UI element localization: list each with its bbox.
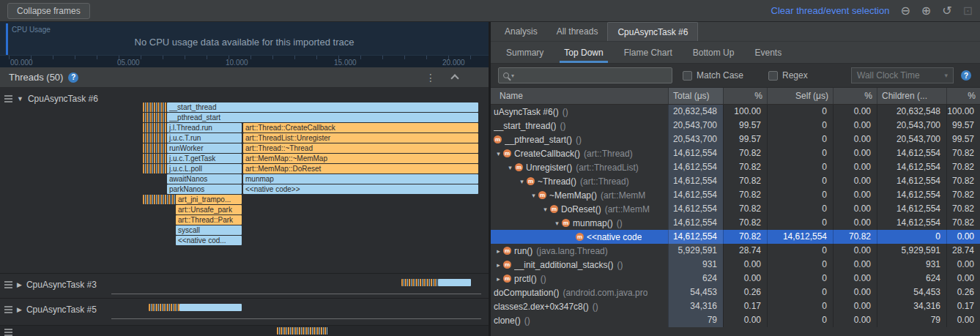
flame-activity-stripes[interactable] [277, 327, 328, 335]
flame-frame[interactable]: __pthread_start [167, 113, 478, 122]
chevron-right-icon[interactable]: ▸ [494, 261, 503, 269]
chevron-down-icon[interactable]: ▾ [552, 220, 562, 227]
flame-frame[interactable]: __start_thread [167, 102, 478, 112]
expand-triangle-icon[interactable]: ▶ [17, 281, 22, 288]
flame-frame[interactable]: art_jni_trampo... [176, 195, 242, 204]
drag-handle-icon[interactable] [4, 95, 12, 102]
zoom-to-selection-icon[interactable]: ⊡ [963, 5, 973, 17]
column-name[interactable]: Name [491, 88, 668, 104]
flame-frame[interactable]: art::MemMap::~MemMap [243, 154, 478, 163]
flame-frame[interactable]: munmap [243, 174, 478, 184]
table-row[interactable]: ▾m~MemMap()(art::MemM14,612,55470.8200.0… [491, 188, 980, 202]
flame-activity-stripes[interactable] [143, 154, 167, 163]
flame-activity-stripes[interactable] [143, 102, 167, 112]
table-row[interactable]: doComputation()(android.com.java.pro54,4… [491, 285, 980, 299]
flame-frame[interactable]: art::Unsafe_park [176, 205, 242, 214]
subtab-flame-chart[interactable]: Flame Chart [616, 42, 680, 63]
flame-activity-stripes[interactable] [179, 304, 242, 311]
chevron-down-icon[interactable]: ▾ [529, 192, 538, 199]
flame-activity-stripes[interactable] [143, 195, 176, 204]
table-row[interactable]: ▾mmunmap()()14,612,55470.8200.0014,612,5… [491, 216, 980, 230]
zoom-out-icon[interactable]: ⊖ [900, 5, 910, 17]
kebab-menu-icon[interactable]: ⋮ [426, 72, 436, 83]
subtab-bottom-up[interactable]: Bottom Up [685, 42, 743, 63]
help-icon[interactable]: ? [68, 72, 78, 83]
help-icon[interactable]: ? [961, 70, 971, 81]
thread-row-cpuasynctask-3[interactable]: ▶ CpuAsyncTask #3 [0, 274, 489, 299]
column-children-pct[interactable]: % [946, 88, 980, 104]
zoom-in-icon[interactable]: ⊕ [921, 5, 931, 17]
drag-handle-icon[interactable] [4, 306, 12, 313]
table-row[interactable]: ▾m~Thread()(art::Thread)14,612,55470.820… [491, 174, 980, 188]
table-row[interactable]: ▾mCreateCallback()(art::Thread)14,612,55… [491, 146, 980, 160]
subtab-summary[interactable]: Summary [498, 42, 552, 63]
flame-frame[interactable]: <<native code>> [243, 184, 478, 194]
chevron-down-icon[interactable]: ▾ [505, 164, 515, 171]
flame-frame[interactable]: j.u.c.L.poll [167, 164, 242, 173]
flame-frame[interactable]: awaitNanos [167, 174, 242, 184]
flame-activity-stripes[interactable] [149, 304, 179, 311]
flame-frame[interactable]: j.u.c.T.getTask [167, 154, 242, 163]
clear-selection-link[interactable]: Clear thread/event selection [771, 5, 890, 16]
flame-activity-stripes[interactable] [438, 279, 471, 286]
chevron-down-icon[interactable]: ▾ [541, 206, 550, 213]
tab-cpuasynctask-6[interactable]: CpuAsyncTask #6 [607, 22, 698, 41]
flame-frame[interactable]: j.l.Thread.run [167, 123, 242, 132]
drag-handle-icon[interactable] [4, 329, 12, 336]
thread-row-cpuasynctask-5[interactable]: ▶ CpuAsyncTask #5 [0, 299, 489, 326]
thread-row-partial[interactable] [0, 326, 489, 336]
chevron-down-icon[interactable]: ▾ [517, 178, 527, 185]
search-options-arrow-icon[interactable]: ▾ [511, 72, 514, 79]
thread-row-cpuasynctask-6[interactable]: ▼ CpuAsyncTask #6 __start_thread__pthrea… [0, 88, 489, 274]
collapse-frames-button[interactable]: Collapse frames [7, 3, 90, 19]
reset-zoom-icon[interactable]: ↺ [942, 5, 951, 17]
expand-triangle-icon[interactable]: ▶ [17, 306, 22, 313]
flame-frame[interactable]: j.u.c.T.run [167, 133, 242, 143]
collapse-panel-icon[interactable] [450, 74, 459, 82]
subtab-top-down[interactable]: Top Down [556, 42, 611, 63]
table-row[interactable]: ▾mDoReset()(art::MemM14,612,55470.8200.0… [491, 202, 980, 216]
flame-activity-stripes[interactable] [143, 164, 167, 173]
flame-frame[interactable]: art::Thread::Park [176, 215, 242, 225]
flame-frame[interactable]: <<native cod... [176, 236, 242, 245]
flame-frame[interactable]: art::Thread::CreateCallback [243, 123, 478, 132]
table-row[interactable]: m<<native code14,612,55470.8214,612,5547… [491, 230, 980, 244]
tab-analysis[interactable]: Analysis [495, 22, 547, 41]
chevron-down-icon[interactable]: ▾ [494, 150, 503, 157]
clock-type-dropdown[interactable]: Wall Clock Time ▾ [851, 67, 954, 83]
search-field[interactable]: ▾ [498, 67, 672, 83]
flame-activity-stripes[interactable] [143, 113, 167, 122]
table-row[interactable]: clone()()790.0000.00790.00 [491, 313, 980, 327]
flame-frame[interactable]: art::ThreadList::Unregister [243, 133, 478, 143]
match-case-checkbox[interactable]: Match Case [683, 70, 743, 81]
column-children[interactable]: Children (... [877, 88, 946, 104]
flame-frame[interactable]: art::MemMap::DoReset [243, 164, 478, 173]
table-row[interactable]: ▸m__init_additional_stacks()()9310.0000.… [491, 258, 980, 272]
flame-activity-stripes[interactable] [143, 133, 167, 143]
column-total-pct[interactable]: % [723, 88, 767, 104]
flame-activity-stripes[interactable] [143, 143, 167, 153]
table-row[interactable]: ▸mprctl()()6240.0000.006240.00 [491, 272, 980, 285]
regex-checkbox[interactable]: Regex [768, 70, 808, 81]
drag-handle-icon[interactable] [4, 281, 12, 288]
table-row[interactable]: ▸mrun()(java.lang.Thread)5,929,59128.740… [491, 244, 980, 258]
flame-frame[interactable]: parkNanos [167, 184, 242, 194]
table-row[interactable]: classes2.dex+0x347c8()()34,3160.1700.003… [491, 299, 980, 313]
flame-frame[interactable]: art::Thread::~Thread [243, 143, 478, 153]
column-self-pct[interactable]: % [833, 88, 877, 104]
flame-frame[interactable]: syscall [176, 225, 242, 235]
chevron-right-icon[interactable]: ▸ [494, 275, 503, 283]
table-row[interactable]: m__pthread_start()()20,543,70099.5700.00… [491, 132, 980, 146]
flame-activity-stripes[interactable] [143, 123, 167, 132]
flame-activity-stripes[interactable] [401, 279, 438, 286]
table-row[interactable]: __start_thread()()20,543,70099.5700.0020… [491, 119, 980, 132]
tab-all-threads[interactable]: All threads [547, 22, 608, 41]
timeline-ruler[interactable]: 00.000 05.000 10.000 15.000 20.000 [0, 55, 489, 67]
cpu-usage-panel[interactable]: CPU Usage No CPU usage data available fo… [0, 22, 489, 67]
expand-triangle-icon[interactable]: ▼ [17, 95, 23, 102]
search-input[interactable] [516, 70, 667, 81]
chevron-right-icon[interactable]: ▸ [494, 247, 503, 255]
column-total[interactable]: Total (μs) [668, 88, 723, 104]
table-row[interactable]: uAsyncTask #6()()20,632,548100.0000.0020… [491, 105, 980, 119]
column-self[interactable]: Self (μs) [767, 88, 833, 104]
